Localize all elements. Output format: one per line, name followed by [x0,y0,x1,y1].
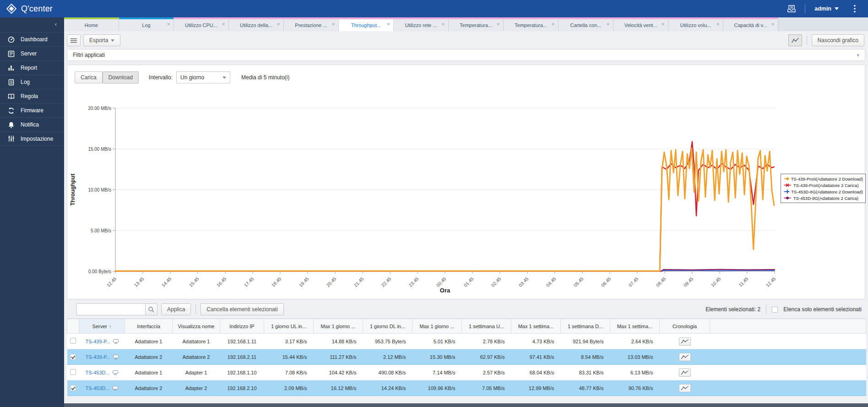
close-icon[interactable]: ✕ [496,22,500,27]
sidebar-item-firmware[interactable]: Firmware [0,103,64,117]
upload-series-button[interactable]: Carica [75,72,103,83]
row-checkbox[interactable] [70,338,76,344]
server-link[interactable]: TS-453D... [86,370,110,375]
tab-throughput[interactable]: Throughput...✕ [339,17,394,31]
tab-utilizzo-volu[interactable]: Utilizzo volu...✕ [668,17,723,31]
close-icon[interactable]: ✕ [441,22,445,27]
table-row[interactable]: TS-453D...Adattatore 2Adapter 2192.168.2… [67,380,866,396]
download-series-button[interactable]: Download [103,72,139,83]
sidebar-collapse-button[interactable]: ‹ [55,20,57,28]
close-icon[interactable]: ✕ [386,22,390,27]
sidebar-item-notifica[interactable]: Notifica [0,117,64,132]
column-header-1-settimana-u[interactable]: 1 settimana U... [462,319,511,334]
history-chart-icon[interactable] [679,353,691,361]
column-header-max-1-giorno[interactable]: Max 1 giorno ... [412,319,462,334]
history-chart-icon[interactable] [679,384,691,392]
sidebar-item-log[interactable]: Log [0,75,64,89]
table-row[interactable]: TS-453D...Adattatore 1Adapter 1192.168.1… [67,365,866,380]
ip-cell: 192.168.1.11 [220,334,264,349]
tab-prestazione[interactable]: Prestazione ...✕ [284,17,339,31]
column-header-1-settimana-d[interactable]: 1 settimana D... [561,319,610,334]
column-header-1-giorno-dl-in[interactable]: 1 giorno DL in... [363,319,412,334]
column-header-filler [710,319,866,334]
column-header-interfaccia[interactable]: Interfaccia [125,319,173,334]
close-icon[interactable]: ✕ [551,22,555,27]
report-upload-icon[interactable] [785,3,798,15]
tab-temperatura[interactable]: Temperatura...✕ [449,17,504,31]
tab-velocit-vent[interactable]: Velocità vent...✕ [613,17,668,31]
legend-item[interactable]: TS-439-ProII(Adattatore 2 Carica) [783,182,863,188]
export-button[interactable]: Esporta [83,34,120,46]
sidebar-item-dashboard[interactable]: Dashboard [0,32,64,46]
hamburger-icon[interactable] [67,34,81,46]
column-header-cronologia[interactable]: Cronologia [660,319,710,334]
close-icon[interactable]: ✕ [277,22,280,27]
clear-selection-button[interactable]: Cancella elementi selezionati [201,303,283,315]
sidebar-item-server[interactable]: Server [0,46,64,60]
close-icon[interactable]: ✕ [661,22,665,27]
row-checkbox-checked[interactable] [70,354,76,360]
search-icon[interactable] [145,303,157,315]
only-selected-checkbox[interactable] [772,307,778,313]
svg-text:15.45: 15.45 [188,276,200,288]
close-icon[interactable]: ✕ [222,22,225,27]
tab-cartella-con[interactable]: Cartella con...✕ [559,17,613,31]
tab-utilizzo-cpu[interactable]: Utilizzo CPU...✕ [174,17,229,31]
column-header-1-giorno-ul-in[interactable]: 1 giorno UL in... [264,319,314,334]
throughput-value-cell: 12.99 MB/s [511,380,561,396]
column-header-max-1-settima[interactable]: Max 1 settima... [610,319,660,334]
apply-button[interactable]: Applica [161,303,191,315]
throughput-value-cell: 7.08 KB/s [264,365,314,380]
svg-text:07.45: 07.45 [628,276,640,288]
tab-home[interactable]: Home [64,17,119,31]
tab-utilizzo-della[interactable]: Utilizzo della...✕ [229,17,284,31]
close-icon[interactable]: ✕ [771,22,775,27]
app-logo: Q'center [0,4,53,14]
settings-icon [8,135,15,142]
close-icon[interactable]: ✕ [606,22,610,27]
column-header-server[interactable]: Server↑ [79,319,125,334]
upload-series-label: Carica [81,74,97,81]
throughput-value-cell: 2.09 MB/s [264,380,314,396]
throughput-value-cell: 921.94 Byte/s [561,334,610,349]
column-header-indirizzo-ip[interactable]: Indirizzo IP [220,319,264,334]
close-icon[interactable]: ✕ [331,22,335,27]
tab-temperatura[interactable]: Temperatura...✕ [504,17,559,31]
column-header-max-1-giorno[interactable]: Max 1 giorno ... [314,319,363,334]
hide-chart-button[interactable]: Nascondi grafico [812,34,864,46]
table-row[interactable]: TS-439-P...Adattatore 2Adattatore 2192.1… [67,349,866,365]
close-icon[interactable]: ✕ [167,22,170,27]
column-header-visualizza-nome[interactable]: Visualizza nome [173,319,220,334]
kebab-menu-icon[interactable] [848,3,862,15]
close-icon[interactable]: ✕ [716,22,720,27]
server-link[interactable]: TS-439-P... [86,354,111,360]
legend-item[interactable]: TS-453D-8G(Adattatore 2 Download) [783,188,863,195]
tab-log[interactable]: Log✕ [119,17,174,31]
server-link[interactable]: TS-439-P... [86,339,111,344]
legend-item[interactable]: TS-439-ProII(Adattatore 2 Download) [783,176,863,182]
history-chart-icon[interactable] [679,337,691,346]
row-checkbox-checked[interactable] [70,385,76,391]
horizontal-scrollbar[interactable] [64,403,868,407]
user-menu[interactable]: admin [812,6,841,12]
line-chart-icon[interactable] [788,34,802,46]
legend-item[interactable]: TS-453D-8G(Adattatore 2 Carica) [783,195,863,201]
sidebar-item-label: Server [21,50,37,57]
tab-capacit-di-v[interactable]: Capacità di v...✕ [723,17,778,31]
history-chart-icon[interactable] [679,368,691,377]
row-checkbox[interactable] [70,369,76,375]
only-selected-label: Elenca solo elementi selezionati [783,306,862,313]
table-row[interactable]: TS-439-P...Adattatore 1Adattatore 1192.1… [67,334,866,349]
server-link[interactable]: TS-453D... [86,385,110,391]
interval-select[interactable]: Un giorno [176,72,230,83]
toolbar-divider [807,35,807,45]
tab-utilizzo-rete[interactable]: Utilizzo rete ...✕ [394,17,449,31]
sidebar-item-report[interactable]: Report [0,60,64,75]
search-input[interactable] [76,303,145,315]
chevron-down-icon[interactable]: ▾ [857,52,859,58]
column-header-max-1-settima[interactable]: Max 1 settima... [511,319,561,334]
applied-filters-bar[interactable]: Filtri applicati ▾ [67,49,865,61]
sidebar-item-regola[interactable]: Regola [0,89,64,103]
svg-text:Ora: Ora [440,287,450,294]
sidebar-item-impostazione[interactable]: Impostazione [0,132,64,146]
